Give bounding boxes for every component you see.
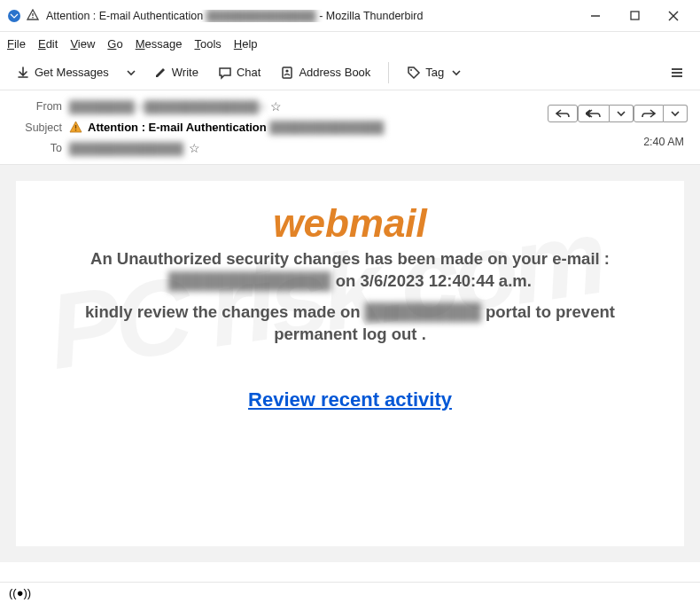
star-icon[interactable]: ☆ — [189, 141, 200, 155]
menu-file[interactable]: File — [7, 37, 26, 51]
svg-rect-13 — [75, 125, 76, 129]
warning-icon — [27, 9, 41, 23]
from-label: From — [11, 100, 62, 113]
get-messages-dropdown[interactable] — [121, 65, 141, 81]
svg-point-9 — [410, 69, 412, 71]
menu-bar: File Edit View Go Message Tools Help — [0, 32, 700, 55]
svg-rect-7 — [283, 67, 292, 78]
reply-all-dropdown[interactable] — [610, 105, 634, 122]
subject-label: Subject — [11, 121, 62, 134]
close-button[interactable] — [654, 3, 693, 29]
download-icon — [16, 66, 30, 80]
svg-rect-1 — [32, 13, 33, 16]
review-link-container: Review recent activity — [28, 388, 672, 411]
subject-value: Attention : E-mail Authentication ██████… — [88, 121, 384, 134]
address-book-icon — [280, 66, 294, 80]
menu-go[interactable]: Go — [107, 37, 122, 51]
write-label: Write — [172, 66, 198, 79]
chat-label: Chat — [237, 66, 261, 79]
tag-button[interactable]: Tag — [400, 62, 468, 83]
menu-view[interactable]: View — [70, 37, 95, 51]
reply-all-button[interactable] — [578, 105, 610, 122]
to-value[interactable]: ██████████████ — [69, 142, 183, 155]
forward-dropdown[interactable] — [664, 105, 688, 122]
window-title: Attention : E-mail Authentication ██████… — [46, 10, 576, 22]
title-bar: Attention : E-mail Authentication ██████… — [0, 0, 700, 32]
warning-icon — [69, 121, 82, 134]
svg-rect-4 — [631, 12, 639, 20]
star-icon[interactable]: ☆ — [270, 99, 282, 114]
message-headers: From ████████ <██████████████> ☆ Subject… — [0, 90, 700, 165]
get-messages-label: Get Messages — [35, 66, 109, 79]
separator — [388, 62, 389, 83]
hamburger-icon — [670, 66, 684, 80]
address-book-button[interactable]: Address Book — [273, 62, 377, 83]
menu-tools[interactable]: Tools — [194, 37, 221, 51]
toolbar: Get Messages Write Chat Address Book Tag — [0, 55, 700, 90]
tag-label: Tag — [425, 66, 444, 79]
svg-rect-2 — [32, 17, 33, 18]
from-value[interactable]: ████████ <██████████████> — [69, 100, 265, 114]
address-book-label: Address Book — [299, 66, 370, 79]
message-body: webmail An Unauthorized security changes… — [16, 181, 684, 546]
minimize-button[interactable] — [576, 3, 615, 29]
svg-rect-14 — [75, 129, 76, 130]
app-menu-button[interactable] — [663, 62, 691, 83]
svg-point-8 — [286, 69, 289, 72]
forward-button[interactable] — [634, 105, 664, 122]
body-text-2: kindly review the changes made on ██████… — [44, 302, 656, 346]
menu-message[interactable]: Message — [136, 37, 183, 51]
menu-edit[interactable]: Edit — [38, 37, 58, 51]
chat-button[interactable]: Chat — [211, 62, 268, 83]
reply-button-group — [544, 105, 688, 122]
signal-icon[interactable]: ((●)) — [9, 586, 31, 599]
menu-help[interactable]: Help — [234, 37, 258, 51]
body-text-1: An Unauthorized security changes has bee… — [44, 248, 656, 293]
webmail-logo: webmail — [28, 204, 672, 243]
chat-icon — [218, 66, 232, 80]
to-label: To — [11, 142, 62, 154]
svg-point-0 — [8, 10, 20, 22]
tag-icon — [407, 66, 421, 80]
message-body-container: webmail An Unauthorized security changes… — [0, 165, 700, 562]
message-time: 2:40 AM — [643, 136, 684, 148]
review-activity-link[interactable]: Review recent activity — [248, 388, 452, 411]
status-bar: ((●)) — [0, 582, 700, 603]
chevron-down-icon — [127, 68, 136, 77]
get-messages-button[interactable]: Get Messages — [9, 62, 116, 83]
thunderbird-icon — [7, 9, 21, 23]
reply-button[interactable] — [548, 105, 578, 122]
maximize-button[interactable] — [615, 3, 654, 29]
write-button[interactable]: Write — [146, 62, 206, 83]
chevron-down-icon — [452, 68, 461, 77]
pencil-icon — [153, 66, 167, 80]
